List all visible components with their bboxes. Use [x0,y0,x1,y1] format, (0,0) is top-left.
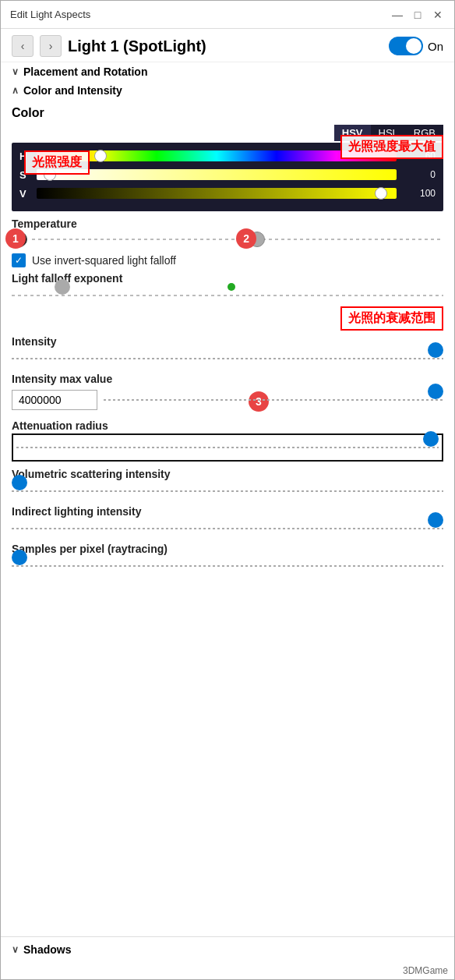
volumetric-slider-row [12,482,443,501]
indirect-section: Indirect lighting intensity [12,505,443,538]
toggle-label: On [428,40,443,53]
attenuation-box [12,433,443,462]
v-slider-track [37,188,397,199]
intensity-section: Intensity [12,335,443,368]
indirect-slider-row [12,519,443,538]
samples-thumb[interactable] [12,550,27,565]
intensity-max-section: Intensity max value 3 [12,373,443,412]
checkmark-icon: ✓ [15,255,23,266]
window-controls: — □ ✕ [390,8,445,22]
indirect-thumb[interactable] [428,512,443,528]
annotation-num2: 2 [236,228,256,249]
title-bar: Edit Light Aspects — □ ✕ [1,1,454,29]
volumetric-thumb[interactable] [12,475,27,490]
indirect-track [12,528,443,529]
falloff-thumb-gray[interactable] [55,279,70,295]
v-label: V [19,188,30,200]
temperature-section: Temperature 1 2 [12,218,443,247]
samples-track [12,565,443,567]
back-button[interactable]: ‹ [12,35,34,57]
attenuation-section: Attenuation radius [12,419,443,462]
attenuation-track [16,447,439,448]
falloff-checkbox-label: Use invert-squared light falloff [32,254,176,267]
color-label: Color [12,106,443,120]
annotation-intensity-text: 光照强度 [24,150,90,175]
shadows-label: Shadows [23,943,71,956]
back-icon: ‹ [21,40,25,52]
color-intensity-chevron: ∧ [12,85,19,96]
hsv-panel-container: H 60 S 0 V [12,143,443,211]
temperature-label: Temperature [12,218,443,230]
circle-num-1: 1 [5,228,26,249]
annotation-attenuation-text: 光照的衰减范围 [340,306,443,331]
placement-chevron: ∨ [12,66,19,77]
annotation-num1: 1 [5,228,26,249]
light-toggle[interactable] [389,37,423,55]
close-button[interactable]: ✕ [431,8,445,22]
maximize-button[interactable]: □ [411,8,425,22]
falloff-section: Light falloff exponent 光照的衰减范围 [12,272,443,331]
light-name: Light 1 (SpotLight) [68,37,383,55]
intensity-max-row [12,390,443,410]
watermark: 3DMGame [1,962,454,979]
intensity-track [12,358,443,359]
forward-icon: › [49,40,53,52]
h-slider-thumb[interactable] [94,150,107,162]
v-value: 100 [403,188,436,199]
intensity-max-slider [104,391,443,409]
forward-button[interactable]: › [40,35,62,57]
intensity-label: Intensity [12,335,443,348]
minimize-button[interactable]: — [390,8,404,22]
samples-label: Samples per pixel (raytracing) [12,543,443,555]
volumetric-track [12,490,443,492]
intensity-slider-row [12,349,443,368]
circle-num-2: 2 [236,228,256,249]
content-area: Color HSV HSL RGB H 60 S [1,100,454,930]
main-window: Edit Light Aspects — □ ✕ ‹ › Light 1 (Sp… [0,0,455,980]
intensity-max-track [104,399,443,401]
intensity-max-input[interactable] [12,390,97,410]
checkbox-row: ✓ Use invert-squared light falloff [12,253,443,267]
samples-slider-row [12,557,443,575]
header-row: ‹ › Light 1 (SpotLight) On [1,29,454,62]
intensity-max-label: Intensity max value [12,373,443,385]
annotation-max-val: 光照强度最大值 [340,135,443,159]
annotation-intensity: 光照强度 [24,150,90,175]
temperature-row: 1 2 [12,232,443,247]
falloff-slider-row [12,286,443,305]
indirect-label: Indirect lighting intensity [12,505,443,518]
color-intensity-section-header[interactable]: ∧ Color and Intensity [1,81,454,100]
attenuation-slider-row [13,438,442,457]
intensity-max-thumb[interactable] [428,384,443,399]
attenuation-thumb[interactable] [423,431,439,447]
intensity-thumb[interactable] [428,342,443,358]
volumetric-section: Volumetric scattering intensity [12,468,443,501]
volumetric-label: Volumetric scattering intensity [12,468,443,480]
placement-section-header[interactable]: ∨ Placement and Rotation [1,62,454,81]
shadows-chevron: ∨ [12,944,19,955]
annotation-attenuation: 光照的衰减范围 [12,306,443,331]
falloff-thumb-green[interactable] [227,283,235,291]
attenuation-label: Attenuation radius [12,419,443,432]
window-title: Edit Light Aspects [10,9,90,20]
toggle-container: On [389,37,443,55]
annotation-max-val-text: 光照强度最大值 [340,135,443,159]
samples-section: Samples per pixel (raytracing) [12,543,443,575]
s-slider-track [37,169,397,180]
falloff-track [12,295,443,296]
falloff-checkbox[interactable]: ✓ [12,253,26,267]
v-slider-wrapper [37,186,397,200]
s-value: 0 [403,169,436,180]
shadows-section-header[interactable]: ∨ Shadows [1,936,454,962]
v-slider-row: V 100 [19,186,436,200]
placement-label: Placement and Rotation [23,65,147,78]
s-slider-wrapper [37,168,397,182]
falloff-label: Light falloff exponent [12,272,443,285]
color-intensity-label: Color and Intensity [23,84,122,97]
